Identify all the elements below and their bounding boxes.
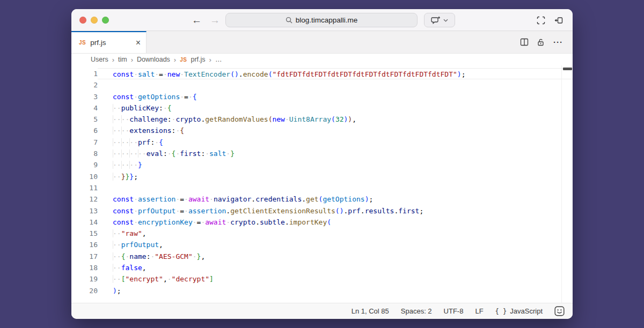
line-number: 18 — [71, 262, 98, 273]
code-line: 3const·getOptions·=·{ — [71, 91, 573, 102]
line-number: 5 — [71, 114, 98, 125]
status-eol[interactable]: LF — [475, 307, 483, 315]
search-icon — [286, 17, 292, 24]
status-cursor-position[interactable]: Ln 1, Col 85 — [352, 307, 389, 315]
code-line: 14const·encryptionKey·=·await·crypto.sub… — [71, 217, 573, 228]
code-line: 19··["encrypt",·"decrypt"] — [71, 273, 573, 285]
browser-window: ← → blog.timcappalli.me — [71, 9, 573, 319]
status-language[interactable]: { } JavaScript — [495, 307, 543, 315]
line-number: 19 — [71, 273, 98, 285]
code-line: 10··}}}; — [71, 171, 573, 182]
status-indentation[interactable]: Spaces: 2 — [401, 307, 432, 315]
speech-bubble-plus-icon — [431, 16, 441, 25]
code-line: 13const·prfOutput·=·assertion.getClientE… — [71, 205, 573, 217]
line-number: 7 — [71, 137, 98, 148]
curly-brackets-icon: { } — [495, 308, 507, 315]
nav-buttons: ← → — [192, 9, 220, 31]
code-line: 11 — [71, 182, 573, 193]
code-line: 18··false, — [71, 262, 573, 273]
tab-label: prf.js — [90, 39, 106, 47]
line-number: 20 — [71, 285, 98, 296]
breadcrumb-item-file[interactable]: prf.js — [191, 56, 205, 63]
line-number: 9 — [71, 159, 98, 170]
line-number: 2 — [71, 79, 98, 91]
status-encoding[interactable]: UTF-8 — [444, 307, 464, 315]
breadcrumb-separator: › — [174, 56, 176, 64]
scrollbar-track — [561, 65, 562, 303]
window-controls — [79, 17, 109, 24]
split-editor-icon[interactable] — [520, 38, 529, 46]
line-number: 3 — [71, 91, 98, 102]
code-line: 7······prf:·{ — [71, 137, 573, 148]
line-number: 8 — [71, 148, 98, 159]
zoom-window-button[interactable] — [102, 17, 109, 24]
code-line: 5····challenge:·crypto.getRandomValues(n… — [71, 114, 573, 125]
close-tab-icon[interactable]: × — [136, 39, 141, 47]
line-number: 16 — [71, 239, 98, 250]
line-number: 4 — [71, 102, 98, 114]
code-line: 16··prfOutput, — [71, 239, 573, 250]
tab-prf-js[interactable]: JS prf.js × — [71, 31, 147, 53]
chat-button[interactable] — [424, 13, 455, 27]
feedback-smiley-icon[interactable] — [554, 306, 565, 316]
code-line: 1const·salt·=·new·TextEncoder().encode("… — [71, 68, 573, 79]
fullscreen-icon[interactable] — [537, 16, 545, 25]
code-line: 20); — [71, 285, 573, 296]
line-number: 15 — [71, 228, 98, 239]
close-window-button[interactable] — [79, 17, 86, 24]
more-actions-icon[interactable]: ··· — [553, 38, 563, 47]
line-number: 12 — [71, 193, 98, 205]
chevron-down-icon — [443, 19, 448, 22]
line-number: 17 — [71, 251, 98, 262]
line-number: 11 — [71, 182, 98, 193]
line-number: 14 — [71, 217, 98, 228]
code-line: 15··"raw", — [71, 228, 573, 239]
code-lines: 1const·salt·=·new·TextEncoder().encode("… — [71, 68, 573, 296]
code-line: 6····extensions:·{ — [71, 125, 573, 136]
address-bar-url: blog.timcappalli.me — [296, 16, 358, 24]
unlock-icon[interactable] — [537, 38, 545, 47]
back-arrow-icon[interactable]: ← — [192, 14, 202, 26]
address-bar[interactable]: blog.timcappalli.me — [225, 13, 418, 27]
javascript-file-icon: JS — [79, 40, 86, 46]
javascript-file-icon: JS — [180, 57, 187, 63]
status-language-label: JavaScript — [510, 307, 543, 315]
editor-actions: ··· — [520, 31, 573, 53]
breadcrumb-item-tim[interactable]: tim — [118, 56, 127, 63]
breadcrumb-separator: › — [112, 56, 114, 64]
line-number: 1 — [71, 68, 98, 79]
toolbar-right-icons — [537, 9, 563, 31]
code-line: 8········eval:·{·first:·salt·} — [71, 148, 573, 159]
code-line: 4··publicKey:·{ — [71, 102, 573, 114]
code-line: 12const·assertion·=·await·navigator.cred… — [71, 193, 573, 205]
code-editor[interactable]: 1const·salt·=·new·TextEncoder().encode("… — [71, 65, 573, 303]
browser-toolbar: ← → blog.timcappalli.me — [71, 9, 573, 31]
code-line: 9······} — [71, 159, 573, 170]
breadcrumb-item-more[interactable]: … — [215, 56, 222, 63]
breadcrumb: Users › tim › Downloads › JS prf.js › … — [71, 54, 573, 65]
forward-arrow-icon[interactable]: → — [210, 14, 220, 26]
code-line: 2 — [71, 79, 573, 91]
breadcrumb-item-users[interactable]: Users — [91, 56, 108, 63]
line-number: 13 — [71, 205, 98, 217]
breadcrumb-separator: › — [131, 56, 133, 64]
dock-window-icon[interactable] — [553, 16, 563, 25]
line-number: 6 — [71, 125, 98, 136]
minimize-window-button[interactable] — [91, 17, 98, 24]
scrollbar-thumb[interactable] — [563, 68, 572, 70]
status-bar: Ln 1, Col 85 Spaces: 2 UTF-8 LF { } Java… — [71, 303, 573, 319]
editor-tab-bar: JS prf.js × ··· — [71, 31, 573, 54]
breadcrumb-separator: › — [209, 56, 211, 64]
breadcrumb-item-downloads[interactable]: Downloads — [137, 56, 170, 63]
line-number: 10 — [71, 171, 98, 182]
code-line: 17··{·name:·"AES-GCM"·}, — [71, 251, 573, 262]
